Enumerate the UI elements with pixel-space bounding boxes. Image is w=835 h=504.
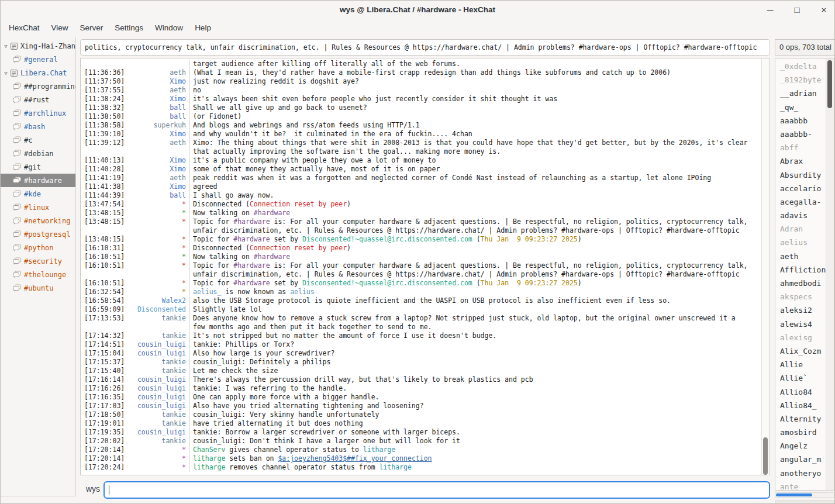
user-list-item[interactable]: Allio84_: [775, 399, 826, 412]
chat-event-line: [13:48:15]*Now talking on #hardware: [81, 209, 761, 218]
user-list-item[interactable]: aeth: [775, 250, 826, 263]
user-list-item[interactable]: aaabbb-: [775, 127, 826, 141]
nick: [127, 226, 186, 235]
maximize-button[interactable]: □: [790, 3, 804, 17]
user-list-item[interactable]: _0xdelta: [775, 60, 826, 73]
message-text: Ximo: The thing about things that were s…: [189, 139, 761, 147]
close-button[interactable]: ×: [817, 3, 831, 17]
sidebar-item--bash[interactable]: #bash: [1, 120, 75, 133]
sidebar-item--archlinux[interactable]: #archlinux: [1, 106, 75, 120]
user-list-item[interactable]: alexisg: [775, 331, 826, 344]
channel-icon: [12, 56, 22, 63]
user-list-item[interactable]: amosbird: [775, 426, 826, 439]
nick: cousin_luigi: [127, 340, 186, 349]
user-list-item[interactable]: acegalla-: [775, 195, 826, 209]
user-list-item[interactable]: angular_m: [775, 453, 826, 466]
user-list-item[interactable]: Alix_Cozm: [775, 344, 826, 358]
menu-help[interactable]: Help: [189, 21, 217, 34]
user-list-item[interactable]: Abrax: [775, 154, 826, 168]
sidebar-item-label: #bash: [24, 123, 75, 131]
user-list-item[interactable]: ahmedbodi: [775, 277, 826, 290]
chat-message-line: [17:15:40]tankieLet me check the size: [81, 367, 761, 375]
user-list-item[interactable]: _qw_: [775, 101, 826, 114]
sidebar-item-xing-hai-zhang[interactable]: ▽Xing-Hai-Zhang: [1, 39, 75, 53]
user-list-item[interactable]: adavis: [775, 209, 826, 222]
sidebar-item--debian[interactable]: #debian: [1, 147, 75, 160]
sidebar-item--hardware[interactable]: #hardware: [1, 174, 75, 187]
nick: ball: [127, 191, 186, 200]
chat-message-line: [11:39:12]aethXimo: The thing about thin…: [81, 139, 761, 147]
sidebar-item--networking[interactable]: #networking: [1, 214, 75, 227]
sidebar-item--ubuntu[interactable]: #ubuntu: [1, 281, 75, 295]
user-list-item[interactable]: Allie`: [775, 371, 826, 385]
sidebar-item--security[interactable]: #security: [1, 254, 75, 268]
user-list-item[interactable]: aaabbb: [775, 114, 826, 127]
nick: Ximo: [127, 182, 186, 191]
chat-message-line: [17:14:51]cousin_luigitankie: Phillips o…: [81, 340, 761, 349]
minimize-button[interactable]: ─: [763, 3, 777, 17]
nick: Ximo: [127, 130, 186, 139]
menu-view[interactable]: View: [46, 21, 74, 34]
user-list-item[interactable]: accelario: [775, 182, 826, 195]
user-list-item[interactable]: aleksi2: [775, 303, 826, 317]
sidebar-item--general[interactable]: #general: [1, 53, 75, 66]
userlist-hscrollbar-thumb[interactable]: [776, 493, 812, 496]
user-list-item[interactable]: __adrian: [775, 87, 826, 100]
server-icon: [10, 69, 18, 77]
chat-scrollbar[interactable]: [761, 58, 770, 475]
sidebar-item--rust[interactable]: ##rust: [1, 93, 75, 106]
user-list-item[interactable]: Angelz: [775, 439, 826, 453]
nick: Ximo: [127, 165, 186, 174]
sidebar-item-label: #postgresql: [24, 230, 75, 239]
user-list-item[interactable]: Allie: [775, 358, 826, 371]
sidebar-item--thelounge[interactable]: #thelounge: [1, 268, 75, 281]
timestamp: [11:38:32]: [81, 103, 127, 112]
message-text: Topic for #hardware set by Disconsented!…: [189, 235, 761, 244]
channel-icon: [12, 96, 22, 103]
chat-wrap-line: target audience after killing off litera…: [81, 60, 761, 68]
user-list-item[interactable]: abff: [775, 141, 826, 154]
chat-message-line: [11:37:50]Ximojust now realizing reddit …: [81, 77, 761, 86]
message-input[interactable]: [103, 481, 770, 499]
user-list-item[interactable]: _8192byte: [775, 73, 826, 87]
sidebar-item-label: #general: [24, 56, 75, 64]
user-list-item[interactable]: ante: [775, 480, 826, 491]
menu-settings[interactable]: Settings: [109, 21, 149, 34]
sidebar-item--postgresql[interactable]: #postgresql: [1, 227, 75, 241]
menu-window[interactable]: Window: [149, 21, 189, 34]
sidebar-item--kde[interactable]: #kde: [1, 187, 75, 201]
event-star: *: [127, 454, 186, 463]
sidebar-item--git[interactable]: #git: [1, 160, 75, 174]
topic-bar[interactable]: politics, cryptocurrency talk, unfair di…: [80, 39, 770, 56]
sidebar-item--programming[interactable]: ##programming: [1, 80, 75, 93]
userlist-scrollbar[interactable]: [826, 58, 834, 490]
expander-icon[interactable]: ▽: [2, 70, 10, 76]
user-list-item[interactable]: Adran: [775, 222, 826, 236]
sidebar-item--python[interactable]: #python: [1, 241, 75, 254]
user-list-item[interactable]: Affliction: [775, 263, 826, 277]
user-list-item[interactable]: Alternity: [775, 412, 826, 426]
timestamp: [17:15:40]: [81, 367, 127, 375]
user-list-item[interactable]: akspecs: [775, 290, 826, 303]
menu-hexchat[interactable]: HexChat: [3, 21, 46, 34]
sidebar-item-libera-chat[interactable]: ▽Libera.Chat: [1, 66, 75, 80]
user-list-item[interactable]: anotheryo: [775, 467, 826, 480]
userlist-scrollbar-thumb[interactable]: [827, 60, 832, 108]
user-list-item[interactable]: Absurdity: [775, 168, 826, 182]
timestamp: [11:38:50]: [81, 112, 127, 121]
user-list-item[interactable]: aelius: [775, 236, 826, 249]
user-list-item[interactable]: alewis4: [775, 317, 826, 331]
chat-scrollbar-thumb[interactable]: [763, 437, 768, 475]
userlist-hscrollbar[interactable]: [775, 492, 834, 498]
expander-icon[interactable]: ▽: [2, 43, 10, 49]
sidebar-item--c[interactable]: #c: [1, 133, 75, 147]
nick: cousin_luigi: [127, 393, 186, 402]
channel-icon: [12, 109, 22, 117]
timestamp: [13:47:54]: [81, 200, 127, 209]
chat-message-line: [11:38:58]superkuhAnd blogs and webrings…: [81, 121, 761, 130]
chat-event-line: [16:10:51]*Now talking on #hardware: [81, 253, 761, 261]
menu-server[interactable]: Server: [74, 21, 109, 34]
user-list-item[interactable]: Allio84: [775, 385, 826, 399]
chat-area: target audience after killing off litera…: [80, 58, 770, 475]
sidebar-item--linux[interactable]: #linux: [1, 201, 75, 214]
